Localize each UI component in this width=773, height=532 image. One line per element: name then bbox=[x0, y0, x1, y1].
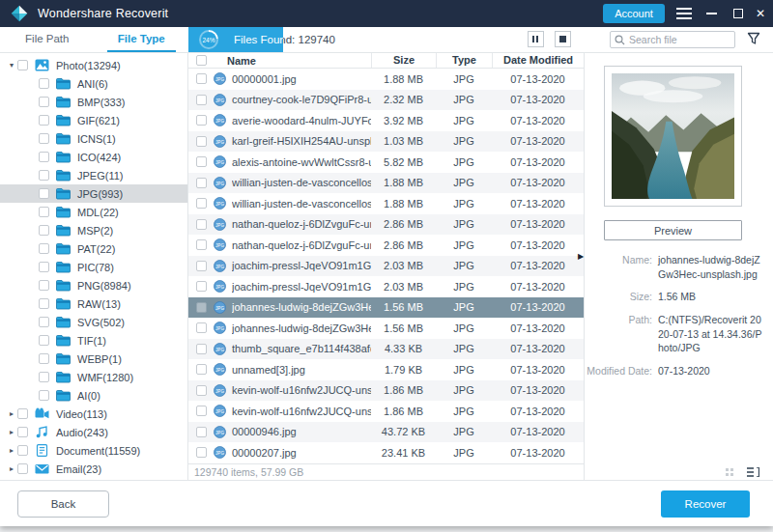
table-row[interactable]: JPGnathan-queloz-j-6DlZvguFc-unsplash...… bbox=[188, 235, 584, 256]
chevron-right-icon[interactable]: ▸ bbox=[6, 409, 17, 418]
row-checkbox[interactable] bbox=[196, 447, 207, 458]
table-row[interactable]: JPG00000207.jpg23.41 KBJPG07-13-2020 bbox=[188, 442, 584, 463]
sidebar-item-filetype[interactable]: ANI(6) bbox=[0, 74, 187, 93]
table-row[interactable]: JPGjohannes-ludwig-8dejZGw3Hec-unsp...1.… bbox=[188, 318, 584, 339]
filetype-checkbox[interactable] bbox=[39, 170, 49, 181]
sidebar-item-filetype[interactable]: WEBP(1) bbox=[0, 350, 187, 368]
row-checkbox[interactable] bbox=[196, 427, 207, 437]
filetype-checkbox[interactable] bbox=[39, 243, 49, 254]
sidebar-item-filetype[interactable]: ICO(424) bbox=[0, 148, 187, 166]
sidebar-item-filetype[interactable]: PAT(22) bbox=[0, 239, 187, 258]
row-checkbox[interactable] bbox=[196, 322, 207, 333]
table-row[interactable]: JPGthumb_square_e7b114f438afdd40e0...4.3… bbox=[188, 339, 584, 360]
chevron-right-icon[interactable]: ▸ bbox=[6, 428, 17, 436]
close-icon[interactable]: ✕ bbox=[756, 6, 765, 21]
sidebar-item-filetype[interactable]: TIF(1) bbox=[0, 331, 187, 350]
filetype-checkbox[interactable] bbox=[39, 188, 49, 199]
row-checkbox[interactable] bbox=[196, 302, 207, 313]
back-button[interactable]: Back bbox=[17, 490, 109, 518]
filetype-checkbox[interactable] bbox=[39, 317, 49, 327]
row-checkbox[interactable] bbox=[196, 239, 207, 250]
filetype-checkbox[interactable] bbox=[39, 298, 49, 309]
column-date-modified[interactable]: Date Modified bbox=[492, 53, 584, 68]
thumbnail-view-icon[interactable] bbox=[726, 468, 734, 477]
filetype-checkbox[interactable] bbox=[39, 78, 49, 89]
table-row[interactable]: JPGaverie-woodard-4nulm-JUYFo-unspla...3… bbox=[188, 110, 584, 131]
table-row[interactable]: JPGjoachim-pressl-JqeVO91m1Go-unspl...2.… bbox=[188, 276, 584, 297]
filetype-checkbox[interactable] bbox=[39, 335, 49, 346]
filter-icon[interactable] bbox=[747, 32, 760, 45]
sidebar-item-filetype[interactable]: PIC(78) bbox=[0, 258, 187, 276]
list-view-icon[interactable] bbox=[747, 467, 759, 477]
chevron-right-icon[interactable]: ▸ bbox=[6, 446, 17, 455]
table-row[interactable]: JPGalexis-antoine-wvWwltCssr8-unsplas...… bbox=[188, 152, 584, 173]
minimize-icon[interactable] bbox=[706, 13, 717, 14]
sidebar-item-filetype[interactable]: AI(0) bbox=[0, 386, 187, 405]
table-row[interactable]: JPGkevin-wolf-u16nfw2JUCQ-unsplash.jpg1.… bbox=[188, 380, 584, 402]
row-checkbox[interactable] bbox=[196, 406, 207, 416]
filetype-checkbox[interactable] bbox=[39, 280, 49, 291]
row-checkbox[interactable] bbox=[196, 385, 207, 396]
stop-scan-button[interactable] bbox=[555, 31, 571, 47]
row-checkbox[interactable] bbox=[196, 178, 207, 188]
maximize-icon[interactable] bbox=[733, 9, 743, 18]
panel-toggle-arrow[interactable]: ▶ bbox=[578, 252, 584, 261]
category-checkbox[interactable] bbox=[17, 408, 28, 419]
filetype-checkbox[interactable] bbox=[39, 152, 49, 162]
table-row[interactable]: JPGwillian-justen-de-vasconcellos-6SGa..… bbox=[188, 173, 584, 194]
table-row[interactable]: JPGkarl-greif-H5IXIH254AU-unsplash.jpg1.… bbox=[188, 131, 584, 153]
filetype-checkbox[interactable] bbox=[39, 390, 49, 401]
chevron-down-icon[interactable]: ▾ bbox=[6, 61, 17, 70]
pause-scan-button[interactable] bbox=[528, 31, 544, 47]
filetype-checkbox[interactable] bbox=[39, 115, 49, 126]
row-checkbox[interactable] bbox=[196, 198, 207, 209]
filetype-checkbox[interactable] bbox=[39, 225, 49, 236]
sidebar-item-category[interactable]: ▸Audio(243) bbox=[0, 423, 187, 441]
column-name[interactable]: Name bbox=[227, 55, 256, 67]
search-box[interactable] bbox=[610, 31, 735, 48]
filetype-checkbox[interactable] bbox=[39, 353, 49, 364]
recover-button[interactable]: Recover bbox=[661, 490, 750, 518]
sidebar-item-filetype[interactable]: GIF(621) bbox=[0, 111, 187, 129]
table-row[interactable]: JPGjoachim-pressl-JqeVO91m1Go-unspl...2.… bbox=[188, 256, 584, 277]
sidebar-item-photo-root[interactable]: ▾Photo(13294) bbox=[0, 56, 187, 74]
row-checkbox[interactable] bbox=[196, 281, 207, 292]
photo-checkbox[interactable] bbox=[17, 60, 28, 70]
table-row[interactable]: JPG00000946.jpg43.72 KBJPG07-13-2020 bbox=[188, 422, 584, 443]
filetype-checkbox[interactable] bbox=[39, 133, 49, 144]
sidebar-item-filetype[interactable]: PNG(8984) bbox=[0, 276, 187, 294]
filetype-checkbox[interactable] bbox=[39, 97, 49, 107]
table-row[interactable]: JPG00000001.jpg1.88 MBJPG07-13-2020 bbox=[188, 69, 584, 90]
column-type[interactable]: Type bbox=[436, 53, 492, 68]
category-checkbox[interactable] bbox=[17, 445, 28, 456]
table-row[interactable]: JPGcourtney-cook-le7D9QFiPr8-unsplas...2… bbox=[188, 90, 584, 111]
table-row[interactable]: JPGunnamed[3].jpg1.79 KBJPG07-13-2020 bbox=[188, 359, 584, 380]
row-checkbox[interactable] bbox=[196, 136, 207, 147]
sidebar-item-filetype[interactable]: JPEG(11) bbox=[0, 166, 187, 184]
search-input[interactable] bbox=[629, 34, 734, 45]
select-all-checkbox[interactable] bbox=[196, 55, 207, 66]
row-checkbox[interactable] bbox=[196, 95, 207, 105]
filetype-checkbox[interactable] bbox=[39, 262, 49, 272]
sidebar-item-filetype[interactable]: MSP(2) bbox=[0, 221, 187, 239]
tab-file-type[interactable]: File Type bbox=[95, 27, 189, 52]
row-checkbox[interactable] bbox=[196, 344, 207, 354]
column-size[interactable]: Size bbox=[371, 53, 436, 68]
sidebar-item-filetype[interactable]: MDL(22) bbox=[0, 203, 187, 221]
row-checkbox[interactable] bbox=[196, 115, 207, 126]
sidebar-item-filetype[interactable]: BMP(333) bbox=[0, 93, 187, 111]
row-checkbox[interactable] bbox=[196, 219, 207, 230]
table-row[interactable]: JPGnathan-queloz-j-6DlZvguFc-unsplash...… bbox=[188, 214, 584, 236]
filetype-checkbox[interactable] bbox=[39, 207, 49, 217]
category-checkbox[interactable] bbox=[17, 463, 28, 474]
sidebar-item-filetype[interactable]: ICNS(1) bbox=[0, 129, 187, 148]
chevron-right-icon[interactable]: ▸ bbox=[6, 464, 17, 473]
account-button[interactable]: Account bbox=[603, 4, 665, 23]
sidebar-item-category[interactable]: ▸Email(23) bbox=[0, 460, 187, 478]
filetype-checkbox[interactable] bbox=[39, 372, 49, 382]
sidebar-item-filetype[interactable]: RAW(13) bbox=[0, 294, 187, 313]
sidebar-item-category[interactable]: ▸Document(11559) bbox=[0, 441, 187, 460]
table-row[interactable]: JPGkevin-wolf-u16nfw2JUCQ-unsplash.jpg1.… bbox=[188, 401, 584, 422]
menu-icon[interactable] bbox=[676, 8, 692, 19]
table-row[interactable]: JPGjohannes-ludwig-8dejZGw3Hec-unsp...1.… bbox=[188, 297, 584, 319]
